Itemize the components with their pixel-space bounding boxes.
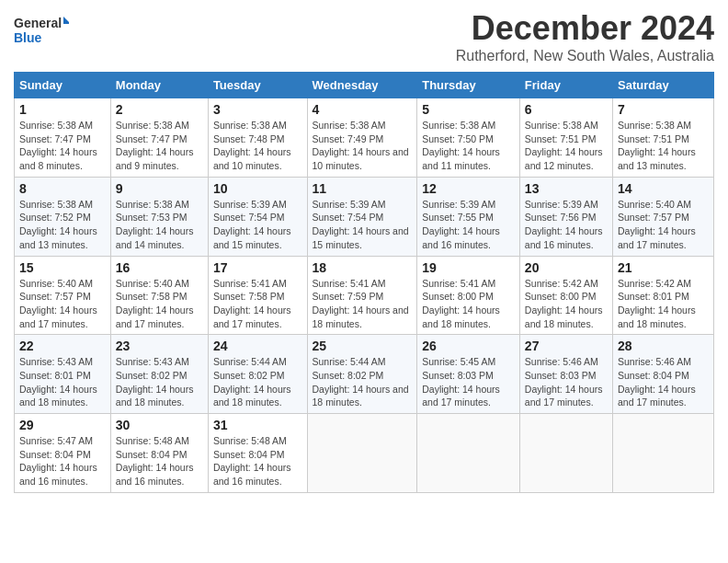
day-number: 25 xyxy=(313,339,413,353)
table-row: 9 Sunrise: 5:38 AM Sunset: 7:53 PM Dayli… xyxy=(110,177,208,256)
table-row: 31 Sunrise: 5:48 AM Sunset: 8:04 PM Dayl… xyxy=(208,414,307,493)
day-number: 2 xyxy=(116,102,203,117)
day-number: 5 xyxy=(422,102,515,117)
day-info: Sunrise: 5:48 AM Sunset: 8:04 PM Dayligh… xyxy=(116,434,203,488)
day-info: Sunrise: 5:41 AM Sunset: 7:58 PM Dayligh… xyxy=(213,277,302,331)
table-row: 12 Sunrise: 5:39 AM Sunset: 7:55 PM Dayl… xyxy=(417,177,520,256)
day-info: Sunrise: 5:42 AM Sunset: 8:01 PM Dayligh… xyxy=(618,277,709,331)
calendar-header-row: Sunday Monday Tuesday Wednesday Thursday… xyxy=(15,73,714,98)
day-number: 18 xyxy=(313,260,413,275)
day-number: 8 xyxy=(19,181,106,196)
day-number: 19 xyxy=(422,260,515,275)
table-row: 11 Sunrise: 5:39 AM Sunset: 7:54 PM Dayl… xyxy=(307,177,417,256)
day-number: 17 xyxy=(213,260,302,275)
table-row: 15 Sunrise: 5:40 AM Sunset: 7:57 PM Dayl… xyxy=(15,256,111,335)
table-row: 16 Sunrise: 5:40 AM Sunset: 7:58 PM Dayl… xyxy=(110,256,208,335)
table-row: 23 Sunrise: 5:43 AM Sunset: 8:02 PM Dayl… xyxy=(110,335,208,414)
header-tuesday: Tuesday xyxy=(208,73,307,98)
day-number: 11 xyxy=(313,181,413,196)
day-info: Sunrise: 5:42 AM Sunset: 8:00 PM Dayligh… xyxy=(525,277,608,331)
table-row: 20 Sunrise: 5:42 AM Sunset: 8:00 PM Dayl… xyxy=(519,256,612,335)
day-info: Sunrise: 5:39 AM Sunset: 7:56 PM Dayligh… xyxy=(525,198,608,252)
day-info: Sunrise: 5:45 AM Sunset: 8:03 PM Dayligh… xyxy=(422,355,515,409)
table-row: 26 Sunrise: 5:45 AM Sunset: 8:03 PM Dayl… xyxy=(417,335,520,414)
day-number: 10 xyxy=(213,181,302,196)
calendar-table: Sunday Monday Tuesday Wednesday Thursday… xyxy=(14,72,714,493)
day-number: 23 xyxy=(116,339,203,353)
day-info: Sunrise: 5:38 AM Sunset: 7:50 PM Dayligh… xyxy=(422,119,515,173)
header-thursday: Thursday xyxy=(417,73,520,98)
table-row xyxy=(307,414,417,493)
svg-marker-2 xyxy=(63,17,69,24)
table-row: 8 Sunrise: 5:38 AM Sunset: 7:52 PM Dayli… xyxy=(15,177,111,256)
day-number: 22 xyxy=(19,339,106,353)
day-info: Sunrise: 5:38 AM Sunset: 7:47 PM Dayligh… xyxy=(116,119,203,173)
day-number: 30 xyxy=(116,418,203,432)
day-number: 29 xyxy=(19,418,106,432)
table-row: 6 Sunrise: 5:38 AM Sunset: 7:51 PM Dayli… xyxy=(519,98,612,178)
day-info: Sunrise: 5:39 AM Sunset: 7:55 PM Dayligh… xyxy=(422,198,515,252)
day-number: 12 xyxy=(422,181,515,196)
day-number: 20 xyxy=(525,260,608,275)
table-row: 17 Sunrise: 5:41 AM Sunset: 7:58 PM Dayl… xyxy=(208,256,307,335)
day-number: 6 xyxy=(525,102,608,117)
day-number: 28 xyxy=(618,339,709,353)
table-row: 28 Sunrise: 5:46 AM Sunset: 8:04 PM Dayl… xyxy=(613,335,714,414)
day-info: Sunrise: 5:41 AM Sunset: 7:59 PM Dayligh… xyxy=(313,277,413,331)
header-saturday: Saturday xyxy=(613,73,714,98)
day-number: 9 xyxy=(116,181,203,196)
table-row: 7 Sunrise: 5:38 AM Sunset: 7:51 PM Dayli… xyxy=(613,98,714,178)
day-info: Sunrise: 5:44 AM Sunset: 8:02 PM Dayligh… xyxy=(313,355,413,409)
day-info: Sunrise: 5:39 AM Sunset: 7:54 PM Dayligh… xyxy=(313,198,413,252)
table-row: 27 Sunrise: 5:46 AM Sunset: 8:03 PM Dayl… xyxy=(519,335,612,414)
page-header: General Blue December 2024 Rutherford, N… xyxy=(14,9,714,64)
day-info: Sunrise: 5:41 AM Sunset: 8:00 PM Dayligh… xyxy=(422,277,515,331)
day-number: 16 xyxy=(116,260,203,275)
table-row xyxy=(519,414,612,493)
day-info: Sunrise: 5:38 AM Sunset: 7:48 PM Dayligh… xyxy=(213,119,302,173)
day-info: Sunrise: 5:39 AM Sunset: 7:54 PM Dayligh… xyxy=(213,198,302,252)
table-row: 13 Sunrise: 5:39 AM Sunset: 7:56 PM Dayl… xyxy=(519,177,612,256)
day-number: 4 xyxy=(313,102,413,117)
table-row: 24 Sunrise: 5:44 AM Sunset: 8:02 PM Dayl… xyxy=(208,335,307,414)
header-friday: Friday xyxy=(519,73,612,98)
day-info: Sunrise: 5:40 AM Sunset: 7:58 PM Dayligh… xyxy=(116,277,203,331)
table-row: 30 Sunrise: 5:48 AM Sunset: 8:04 PM Dayl… xyxy=(110,414,208,493)
day-info: Sunrise: 5:46 AM Sunset: 8:04 PM Dayligh… xyxy=(618,355,709,409)
location-subtitle: Rutherford, New South Wales, Australia xyxy=(456,48,714,64)
day-info: Sunrise: 5:38 AM Sunset: 7:51 PM Dayligh… xyxy=(618,119,709,173)
day-info: Sunrise: 5:43 AM Sunset: 8:01 PM Dayligh… xyxy=(19,355,106,409)
day-number: 13 xyxy=(525,181,608,196)
day-info: Sunrise: 5:40 AM Sunset: 7:57 PM Dayligh… xyxy=(618,198,709,252)
svg-text:General: General xyxy=(14,16,62,30)
table-row: 18 Sunrise: 5:41 AM Sunset: 7:59 PM Dayl… xyxy=(307,256,417,335)
day-number: 15 xyxy=(19,260,106,275)
table-row: 10 Sunrise: 5:39 AM Sunset: 7:54 PM Dayl… xyxy=(208,177,307,256)
day-number: 1 xyxy=(19,102,106,117)
logo: General Blue xyxy=(14,13,69,50)
day-info: Sunrise: 5:38 AM Sunset: 7:52 PM Dayligh… xyxy=(19,198,106,252)
header-monday: Monday xyxy=(110,73,208,98)
table-row xyxy=(417,414,520,493)
day-info: Sunrise: 5:38 AM Sunset: 7:47 PM Dayligh… xyxy=(19,119,106,173)
table-row: 3 Sunrise: 5:38 AM Sunset: 7:48 PM Dayli… xyxy=(208,98,307,178)
day-info: Sunrise: 5:46 AM Sunset: 8:03 PM Dayligh… xyxy=(525,355,608,409)
table-row xyxy=(613,414,714,493)
day-number: 27 xyxy=(525,339,608,353)
day-info: Sunrise: 5:44 AM Sunset: 8:02 PM Dayligh… xyxy=(213,355,302,409)
table-row: 25 Sunrise: 5:44 AM Sunset: 8:02 PM Dayl… xyxy=(307,335,417,414)
day-number: 31 xyxy=(213,418,302,432)
day-info: Sunrise: 5:48 AM Sunset: 8:04 PM Dayligh… xyxy=(213,434,302,488)
table-row: 4 Sunrise: 5:38 AM Sunset: 7:49 PM Dayli… xyxy=(307,98,417,178)
day-number: 26 xyxy=(422,339,515,353)
table-row: 1 Sunrise: 5:38 AM Sunset: 7:47 PM Dayli… xyxy=(15,98,111,178)
day-number: 14 xyxy=(618,181,709,196)
table-row: 14 Sunrise: 5:40 AM Sunset: 7:57 PM Dayl… xyxy=(613,177,714,256)
day-info: Sunrise: 5:40 AM Sunset: 7:57 PM Dayligh… xyxy=(19,277,106,331)
day-number: 24 xyxy=(213,339,302,353)
table-row: 5 Sunrise: 5:38 AM Sunset: 7:50 PM Dayli… xyxy=(417,98,520,178)
day-info: Sunrise: 5:47 AM Sunset: 8:04 PM Dayligh… xyxy=(19,434,106,488)
svg-text:Blue: Blue xyxy=(14,30,42,45)
header-wednesday: Wednesday xyxy=(307,73,417,98)
day-number: 21 xyxy=(618,260,709,275)
